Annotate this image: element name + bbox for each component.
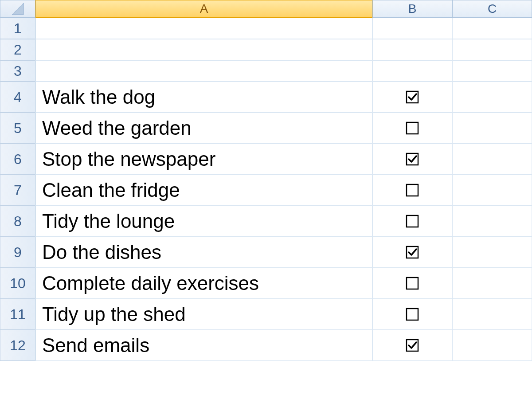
checkbox-row-7[interactable] (405, 183, 419, 197)
cell-b4[interactable] (372, 82, 452, 113)
checkbox-row-6[interactable] (405, 152, 419, 166)
row-header-5[interactable]: 5 (0, 113, 35, 144)
cell-c6[interactable] (452, 144, 532, 175)
cell-b2[interactable] (372, 39, 452, 60)
svg-rect-1 (407, 122, 418, 134)
cell-b5[interactable] (372, 113, 452, 144)
row-header-6[interactable]: 6 (0, 144, 35, 175)
cell-a11[interactable]: Tidy up the shed (35, 299, 372, 330)
checkbox-row-4[interactable] (405, 90, 419, 104)
cell-b3[interactable] (372, 60, 452, 82)
row-header-1[interactable]: 1 (0, 18, 35, 39)
cell-a8[interactable]: Tidy the lounge (35, 206, 372, 237)
cell-a5[interactable]: Weed the garden (35, 113, 372, 144)
cell-c2[interactable] (452, 39, 532, 60)
row-header-8[interactable]: 8 (0, 206, 35, 237)
row-header-10[interactable]: 10 (0, 268, 35, 299)
checkbox-row-12[interactable] (405, 338, 419, 352)
cell-b1[interactable] (372, 18, 452, 39)
cell-c11[interactable] (452, 299, 532, 330)
cell-c3[interactable] (452, 60, 532, 82)
cell-b6[interactable] (372, 144, 452, 175)
column-header-c[interactable]: C (452, 0, 532, 18)
row-header-7[interactable]: 7 (0, 175, 35, 206)
cell-c1[interactable] (452, 18, 532, 39)
cell-b11[interactable] (372, 299, 452, 330)
cell-a7[interactable]: Clean the fridge (35, 175, 372, 206)
row-header-11[interactable]: 11 (0, 299, 35, 330)
cell-a4[interactable]: Walk the dog (35, 82, 372, 113)
cell-c10[interactable] (452, 268, 532, 299)
checkbox-row-5[interactable] (405, 121, 419, 135)
row-header-4[interactable]: 4 (0, 82, 35, 113)
row-header-3[interactable]: 3 (0, 60, 35, 82)
row-header-2[interactable]: 2 (0, 39, 35, 60)
cell-b10[interactable] (372, 268, 452, 299)
checkbox-row-8[interactable] (405, 214, 419, 228)
cell-a1[interactable] (35, 18, 372, 39)
column-header-a[interactable]: A (35, 0, 372, 18)
svg-rect-6 (407, 278, 418, 289)
checkbox-row-9[interactable] (405, 245, 419, 259)
checkbox-row-10[interactable] (405, 276, 419, 290)
cell-a6[interactable]: Stop the newspaper (35, 144, 372, 175)
svg-rect-4 (407, 215, 418, 227)
svg-rect-3 (407, 184, 418, 196)
checkbox-row-11[interactable] (405, 307, 419, 321)
cell-c8[interactable] (452, 206, 532, 237)
cell-a10[interactable]: Complete daily exercises (35, 268, 372, 299)
cell-c7[interactable] (452, 175, 532, 206)
select-all-corner[interactable] (0, 0, 35, 18)
row-header-9[interactable]: 9 (0, 237, 35, 268)
svg-rect-7 (407, 309, 418, 320)
cell-c9[interactable] (452, 237, 532, 268)
cell-a2[interactable] (35, 39, 372, 60)
cell-b9[interactable] (372, 237, 452, 268)
cell-a3[interactable] (35, 60, 372, 82)
cell-b8[interactable] (372, 206, 452, 237)
row-header-12[interactable]: 12 (0, 330, 35, 361)
cell-c4[interactable] (452, 82, 532, 113)
cell-a12[interactable]: Send emails (35, 330, 372, 361)
cell-c12[interactable] (452, 330, 532, 361)
cell-b12[interactable] (372, 330, 452, 361)
cell-a9[interactable]: Do the dishes (35, 237, 372, 268)
column-header-b[interactable]: B (372, 0, 452, 18)
cell-b7[interactable] (372, 175, 452, 206)
cell-c5[interactable] (452, 113, 532, 144)
